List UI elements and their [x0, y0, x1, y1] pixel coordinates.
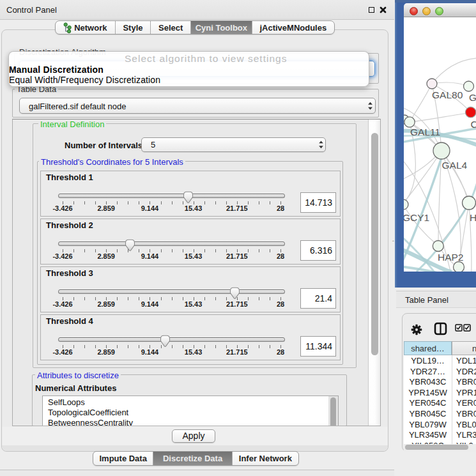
svg-text:GAL80: GAL80	[432, 89, 463, 100]
svg-text:GAL4: GAL4	[442, 160, 468, 171]
svg-text:GCY1: GCY1	[404, 212, 429, 223]
svg-text:C: C	[471, 119, 476, 130]
svg-text:H: H	[470, 212, 476, 223]
svg-text:G.: G.	[469, 92, 476, 103]
svg-text:GAL11: GAL11	[410, 127, 440, 137]
svg-text:HAP2: HAP2	[438, 252, 464, 263]
